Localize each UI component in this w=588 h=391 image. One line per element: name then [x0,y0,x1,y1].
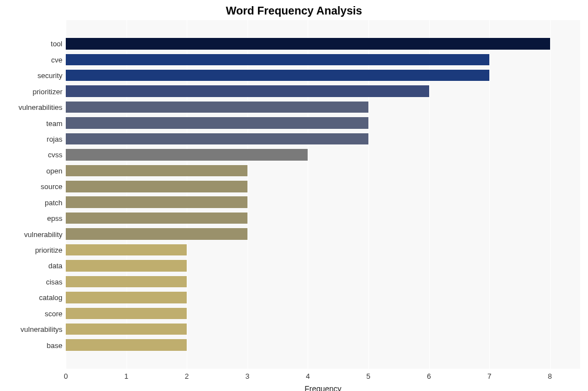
bar-row: open [66,165,580,176]
y-tick-label: data [48,262,62,270]
x-tick-label: 8 [548,372,552,380]
bar [66,181,247,192]
bar [66,102,368,113]
y-tick-label: patch [45,198,62,206]
bar [66,133,368,144]
y-tick-label: team [46,119,62,127]
bar-row: team [66,117,580,128]
y-tick-label: epss [47,214,62,223]
x-tick-label: 0 [64,372,67,380]
bar [66,196,247,207]
bar-row: cvss [66,149,580,160]
bar-row: catalog [66,292,580,303]
y-tick-label: catalog [39,293,62,302]
y-tick-label: vulnerability [24,230,62,238]
y-tick-label: cisas [46,277,62,286]
y-tick-label: tool [51,40,62,48]
bar [66,244,187,255]
chart-title: Word Frequency Analysis [0,4,588,17]
bar-row: source [66,181,580,192]
x-tick-label: 4 [306,372,310,380]
y-tick-label: cve [51,55,62,64]
bar [66,149,308,160]
bar [66,54,489,65]
bar-row: security [66,70,580,81]
y-tick-label: cvss [48,151,62,159]
plot-area: Frequency 012345678toolcvesecuritypriori… [66,20,580,369]
y-tick-label: prioritizer [33,87,62,95]
bar-row: vulnerability [66,228,580,239]
bar [66,324,187,335]
bar [66,260,187,271]
bar-row: vulnerabilities [66,102,580,113]
x-tick-label: 2 [185,372,189,380]
bar-row: prioritize [66,244,580,255]
bar [66,339,187,350]
bar [66,70,489,81]
bar [66,38,550,49]
bar-row: patch [66,196,580,207]
bar [66,117,368,128]
bar-row: base [66,339,580,350]
bar [66,228,247,239]
bar-row: vulnerabilitys [66,324,580,335]
x-tick-label: 1 [124,372,128,380]
bar [66,308,187,319]
bar [66,165,247,176]
bar [66,213,247,224]
bar-row: tool [66,38,580,49]
x-tick-label: 6 [427,372,431,380]
y-tick-label: base [47,341,62,349]
y-tick-label: score [45,309,62,317]
y-tick-label: vulnerabilities [18,103,62,112]
bar-row: prioritizer [66,85,580,96]
bar-row: cisas [66,276,580,287]
y-tick-label: vulnerabilitys [21,325,62,334]
y-tick-label: security [37,71,62,80]
x-tick-label: 7 [487,372,491,380]
x-tick-label: 3 [245,372,249,380]
bar-row: score [66,308,580,319]
bar [66,292,187,303]
x-axis-label: Frequency [66,384,580,391]
y-tick-label: open [46,166,62,175]
y-tick-label: prioritize [35,246,62,254]
word-frequency-chart: Word Frequency Analysis Frequency 012345… [0,0,588,391]
bar [66,85,429,96]
bar-row: rojas [66,133,580,144]
bar [66,276,187,287]
y-tick-label: source [41,182,62,191]
bar-row: data [66,260,580,271]
bar-row: epss [66,213,580,224]
x-tick-label: 5 [366,372,370,380]
y-tick-label: rojas [47,134,62,143]
bar-row: cve [66,54,580,65]
